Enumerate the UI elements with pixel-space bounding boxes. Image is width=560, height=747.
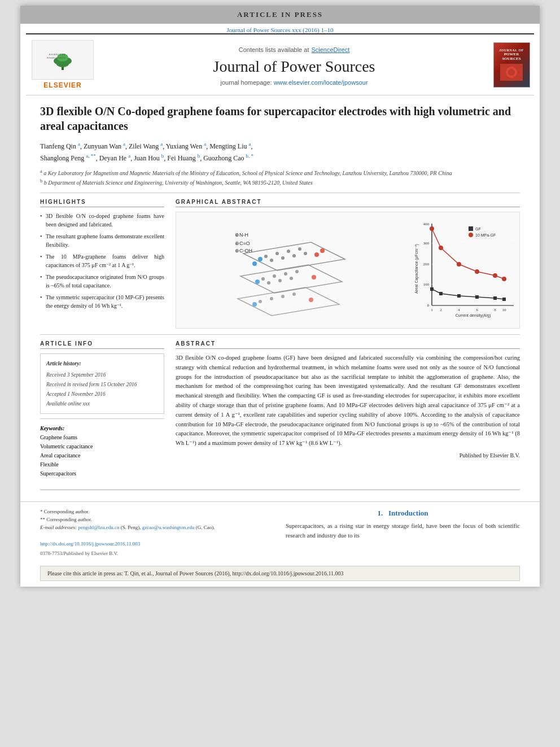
- svg-point-18: [314, 252, 319, 257]
- highlight-item-4: The pseudocapacitance originated from N/…: [40, 273, 164, 290]
- svg-text:POWER SOURCES: POWER SOURCES: [47, 56, 65, 59]
- svg-rect-62: [430, 287, 434, 291]
- svg-point-19: [258, 257, 262, 261]
- affiliation-b: b Department of Materials Science and En…: [44, 180, 313, 186]
- published-line: Published by Elsevier B.V.: [176, 451, 520, 460]
- highlight-item-3: The 10 MPa-graphene foams deliver high c…: [40, 252, 164, 269]
- svg-rect-74: [469, 226, 473, 231]
- keyword-3: Areal capacitance: [40, 451, 164, 460]
- svg-point-28: [278, 279, 282, 282]
- intro-text: Supercapacitors, as a rising star in ene…: [286, 523, 520, 539]
- svg-rect-63: [439, 292, 443, 295]
- svg-point-13: [298, 247, 301, 251]
- svg-point-10: [264, 255, 268, 258]
- svg-point-34: [270, 297, 273, 300]
- homepage-link[interactable]: www.elsevier.com/locate/jpowsour: [274, 79, 368, 86]
- contents-available-text: Contents lists available at: [239, 46, 309, 53]
- highlights-graphical-section: HIGHLIGHTS 3D flexible O/N co-doped grap…: [40, 199, 520, 329]
- svg-point-36: [292, 292, 296, 296]
- svg-point-23: [261, 277, 265, 281]
- journal-center-section: Contents lists available at ScienceDirec…: [99, 44, 489, 86]
- journal-title: Journal of Power Sources: [99, 58, 489, 76]
- svg-text:0: 0: [427, 303, 430, 308]
- svg-rect-66: [493, 296, 497, 300]
- svg-point-31: [255, 279, 260, 284]
- svg-point-16: [292, 254, 296, 257]
- svg-point-76: [469, 233, 473, 237]
- issn-text: 0378-7753/Published by Elsevier B.V.: [40, 549, 274, 557]
- molecule-diagram-svg: ⊕N-H ⊕C=O ⊕C-OH: [232, 220, 356, 321]
- email-2-link[interactable]: gzcao@u.washington.edu: [142, 525, 195, 530]
- svg-point-27: [267, 281, 270, 285]
- info-divider: [40, 418, 164, 419]
- svg-point-35: [281, 295, 285, 298]
- footer-right-col: 1. Introduction Supercapacitors, as a ri…: [286, 508, 520, 557]
- svg-text:JOURNAL OF: JOURNAL OF: [49, 53, 65, 56]
- svg-text:Areal Capacitance (μFcm⁻²): Areal Capacitance (μFcm⁻²): [414, 244, 419, 294]
- received-date-2: Received in revised form 15 October 2016: [46, 382, 137, 387]
- highlights-section-title: HIGHLIGHTS: [40, 199, 164, 207]
- graphical-abstract-box: ⊕N-H ⊕C=O ⊕C-OH: [176, 212, 520, 329]
- article-in-press-banner: ARTICLE IN PRESS: [20, 6, 540, 24]
- article-info-box: Article history: Received 3 September 20…: [40, 353, 164, 414]
- keywords-list: Graphene foams Volumetric capacitance Ar…: [40, 433, 164, 478]
- abstract-body: 3D flexible O/N co-doped graphene foams …: [176, 355, 520, 446]
- svg-point-72: [493, 273, 497, 278]
- areal-capacitance-chart: Areal Capacitance (μFcm⁻²) Current densi…: [412, 218, 517, 322]
- svg-point-73: [502, 277, 506, 281]
- article-info-section-title: ARTICLE INFO: [40, 340, 164, 349]
- svg-text:400: 400: [423, 222, 430, 226]
- svg-text:8: 8: [494, 308, 496, 312]
- email-1-name: (S. Peng),: [121, 525, 141, 530]
- article-info-column: ARTICLE INFO Article history: Received 3…: [40, 340, 164, 478]
- graphical-abstract-title: GRAPHICAL ABSTRACT: [176, 199, 520, 207]
- svg-point-29: [290, 277, 293, 280]
- svg-marker-32: [238, 287, 339, 316]
- svg-point-25: [284, 272, 287, 276]
- email-line: E-mail addresses: pengshl@lzu.edu.cn (S.…: [40, 523, 274, 531]
- journal-cover-image: JOURNAL OF POWER SOURCES: [493, 42, 530, 88]
- article-history-label: Article history:: [46, 359, 158, 368]
- cite-bar-text: Please cite this article in press as: T.…: [47, 570, 344, 576]
- svg-text:2: 2: [440, 308, 442, 312]
- highlights-column: HIGHLIGHTS 3D flexible O/N co-doped grap…: [40, 199, 164, 329]
- accepted-date: Accepted 1 November 2016: [46, 391, 106, 397]
- section-divider-2: [40, 334, 520, 335]
- svg-point-17: [304, 252, 307, 255]
- svg-point-69: [439, 246, 443, 250]
- cover-graphic-icon: [502, 64, 522, 80]
- article-title: 3D flexible O/N Co-doped graphene foams …: [40, 104, 520, 133]
- received-date-1: Received 3 September 2016: [46, 372, 106, 378]
- svg-rect-65: [475, 295, 479, 299]
- section-divider: [40, 193, 520, 193]
- svg-text:Current density(A/g): Current density(A/g): [456, 313, 491, 318]
- svg-point-12: [287, 250, 290, 253]
- keywords-label: Keywords:: [40, 425, 64, 431]
- svg-text:10 MPa-GF: 10 MPa-GF: [475, 233, 496, 237]
- main-content: 3D flexible O/N Co-doped graphene foams …: [20, 95, 540, 490]
- svg-point-15: [281, 256, 285, 260]
- svg-text:6: 6: [476, 308, 478, 312]
- doi-link[interactable]: http://dx.doi.org/10.1016/j.jpowsour.201…: [40, 541, 140, 547]
- keyword-1: Graphene foams: [40, 433, 164, 442]
- sciencedirect-link[interactable]: ScienceDirect: [311, 46, 349, 53]
- footer-divider: [40, 490, 520, 490]
- email-2-name: (G. Cao).: [196, 525, 215, 530]
- elsevier-logo-box: JOURNAL OF POWER SOURCES: [32, 40, 94, 80]
- svg-point-20: [320, 248, 325, 253]
- svg-point-26: [295, 270, 299, 273]
- graphical-abstract-inner: ⊕N-H ⊕C=O ⊕C-OH: [182, 218, 514, 322]
- svg-point-37: [309, 298, 313, 302]
- svg-text:10: 10: [502, 308, 507, 312]
- keyword-4: Flexible: [40, 460, 164, 469]
- keywords-section: Keywords: Graphene foams Volumetric capa…: [40, 423, 164, 478]
- highlight-item-2: The resultant graphene foams demonstrate…: [40, 232, 164, 249]
- svg-point-30: [312, 275, 316, 279]
- footer-left-col: * Corresponding author. ** Corresponding…: [40, 508, 274, 557]
- highlight-item-5: The symmetric supercapacitor (10 MP-GF) …: [40, 293, 164, 310]
- corresponding-2: ** Corresponding author.: [40, 516, 274, 523]
- highlight-item-1: 3D flexible O/N co-doped graphene foams …: [40, 212, 164, 229]
- intro-title: Introduction: [388, 509, 428, 517]
- abstract-section-title: ABSTRACT: [176, 340, 520, 349]
- email-1-link[interactable]: pengshl@lzu.edu.cn: [78, 525, 119, 530]
